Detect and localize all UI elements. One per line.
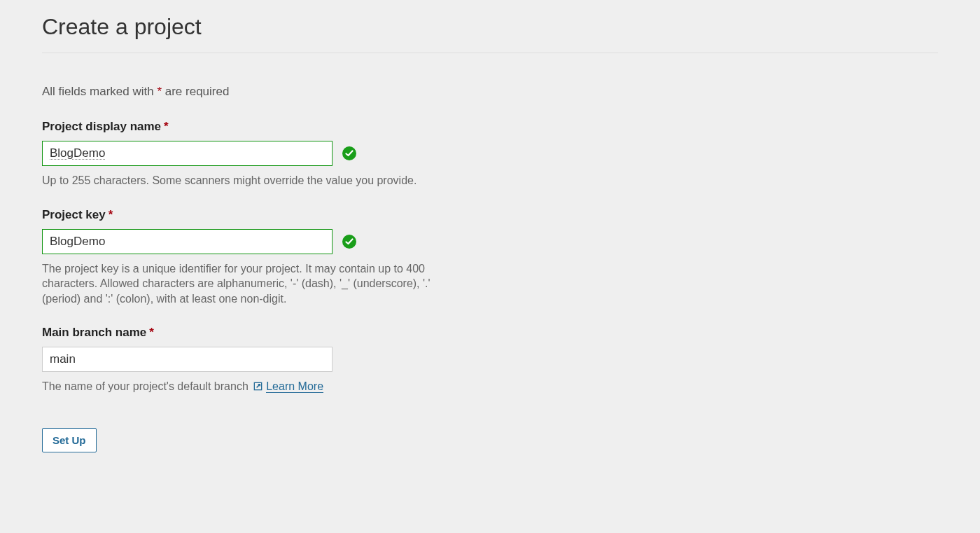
external-link-icon	[253, 381, 263, 392]
required-note-suffix: are required	[162, 85, 229, 98]
project-display-name-label: Project display name*	[42, 120, 169, 134]
project-key-input[interactable]	[42, 229, 332, 254]
learn-more-link[interactable]: Learn More	[266, 380, 323, 393]
required-fields-note: All fields marked with * are required	[42, 85, 938, 99]
label-text: Main branch name	[42, 326, 146, 339]
project-display-name-help: Up to 255 characters. Some scanners migh…	[42, 173, 434, 188]
form-group-main-branch: Main branch name* The name of your proje…	[42, 326, 938, 394]
required-asterisk-icon: *	[108, 208, 113, 221]
label-text: Project display name	[42, 120, 161, 133]
input-row	[42, 229, 938, 254]
valid-check-icon	[342, 146, 356, 160]
main-branch-input[interactable]	[42, 347, 332, 372]
divider	[42, 53, 938, 53]
label-text: Project key	[42, 208, 106, 221]
valid-check-icon	[342, 235, 356, 249]
project-key-label: Project key*	[42, 208, 113, 222]
project-display-name-input[interactable]	[42, 141, 332, 166]
page-title: Create a project	[42, 14, 938, 40]
required-note-prefix: All fields marked with	[42, 85, 157, 98]
project-key-help: The project key is a unique identifier f…	[42, 261, 434, 307]
main-branch-label: Main branch name*	[42, 326, 154, 340]
main-branch-help: The name of your project's default branc…	[42, 379, 434, 394]
input-row	[42, 347, 938, 372]
input-row	[42, 141, 938, 166]
required-asterisk-icon: *	[149, 326, 154, 339]
form-group-display-name: Project display name* Up to 255 characte…	[42, 120, 938, 188]
required-asterisk-icon: *	[164, 120, 169, 133]
main-branch-help-text: The name of your project's default branc…	[42, 380, 251, 392]
form-group-project-key: Project key* The project key is a unique…	[42, 208, 938, 307]
set-up-button[interactable]: Set Up	[42, 428, 97, 452]
